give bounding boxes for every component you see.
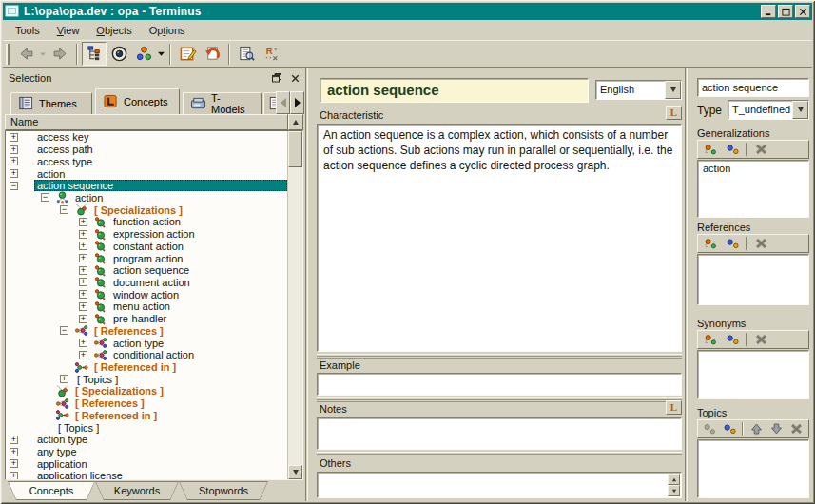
expand-icon[interactable]: + xyxy=(10,145,18,154)
section-splitter[interactable] xyxy=(317,397,682,402)
tree-item[interactable]: [ References ] xyxy=(6,397,287,410)
expand-icon[interactable]: + xyxy=(79,254,87,262)
tree-item-label[interactable]: [ References ] xyxy=(91,325,166,337)
term-name-input[interactable]: action sequence xyxy=(697,78,809,97)
tree-item[interactable]: +function action xyxy=(6,216,287,228)
example-textarea[interactable] xyxy=(317,373,682,396)
menu-tools[interactable]: Tools xyxy=(7,23,49,38)
expand-icon[interactable]: + xyxy=(79,351,87,359)
maximize-button[interactable] xyxy=(778,5,793,18)
toolbar-grip[interactable] xyxy=(6,44,10,65)
tree-item-label[interactable]: access type xyxy=(34,156,95,167)
remove-synonym-button[interactable] xyxy=(751,332,770,347)
type-dropdown-icon[interactable] xyxy=(792,101,808,119)
tree-scrollbar-thumb[interactable] xyxy=(288,131,302,167)
add-generalization-button[interactable] xyxy=(701,142,720,157)
monitor-button[interactable] xyxy=(107,42,131,66)
tree-item[interactable]: +constant action xyxy=(6,240,287,252)
name-column-header[interactable]: Name xyxy=(5,114,288,130)
tree-item-label[interactable]: action sequence xyxy=(34,180,287,191)
tree-item[interactable]: +action sequence xyxy=(6,264,287,277)
tree-item[interactable]: +window action xyxy=(6,288,287,300)
tab-t-models[interactable]: T-Models xyxy=(183,92,262,114)
edit-form-button[interactable] xyxy=(175,42,200,66)
expand-icon[interactable]: + xyxy=(10,133,18,142)
section-splitter[interactable] xyxy=(317,452,682,456)
expand-icon[interactable]: + xyxy=(10,169,18,178)
list-item[interactable]: action xyxy=(698,161,808,176)
tree-item-label[interactable]: action sequence xyxy=(110,264,192,276)
tree-item[interactable]: [ Topics ] xyxy=(6,421,287,434)
tree-item-label[interactable]: action type xyxy=(34,434,90,445)
details-splitter[interactable] xyxy=(685,68,688,501)
tree-view-button[interactable] xyxy=(82,42,107,66)
back-history-icon[interactable] xyxy=(38,42,48,66)
menu-view[interactable]: View xyxy=(49,23,88,38)
tree-item[interactable]: −action sequence xyxy=(6,180,287,192)
topics-list[interactable] xyxy=(697,439,809,498)
others-textarea[interactable] xyxy=(317,472,682,498)
others-scroll-down-button[interactable] xyxy=(668,485,680,496)
tree-item[interactable]: [ Referenced in ] xyxy=(6,361,287,374)
add-reference-link-button[interactable] xyxy=(723,236,742,251)
add-topic-button[interactable] xyxy=(701,421,718,436)
tree-item-label[interactable]: any type xyxy=(34,446,80,457)
tree-item[interactable]: +menu action xyxy=(6,300,287,313)
tree-scroll-down-button[interactable] xyxy=(288,465,302,479)
tree-item[interactable]: +[ Topics ] xyxy=(6,373,287,385)
expand-icon[interactable]: + xyxy=(79,266,87,275)
tree-item-label[interactable]: [ References ] xyxy=(72,397,147,409)
add-reference-button[interactable] xyxy=(701,236,720,251)
close-button[interactable] xyxy=(795,5,810,18)
references-list[interactable] xyxy=(697,254,809,305)
tree-item-label[interactable]: program action xyxy=(110,253,185,264)
tree-item-label[interactable]: [ Topics ] xyxy=(55,422,102,434)
tree-item-label[interactable]: [ Referenced in ] xyxy=(91,361,179,373)
add-topic-link-button[interactable] xyxy=(721,421,738,436)
minimize-button[interactable] xyxy=(761,5,776,18)
tab-scroll-left-button[interactable] xyxy=(276,91,290,114)
title-bar[interactable]: L:\opa\opa.dev : opa - Terminus xyxy=(3,3,812,20)
tree-item-label[interactable]: action xyxy=(72,192,106,204)
tree-item[interactable]: +document action xyxy=(6,277,287,289)
others-scrollbar[interactable] xyxy=(668,474,680,496)
notes-language-button[interactable]: L xyxy=(666,400,682,415)
tree-item[interactable]: +application license xyxy=(6,470,287,479)
tree-item[interactable]: +action type xyxy=(6,337,287,349)
tab-partial[interactable] xyxy=(263,92,277,114)
tree-item[interactable]: +action xyxy=(6,167,287,180)
tree-item-label[interactable]: function action xyxy=(110,216,184,227)
tree-item[interactable]: +program action xyxy=(6,252,287,264)
tree-item-label[interactable]: application xyxy=(34,458,90,470)
tree-item-label[interactable]: pre-handler xyxy=(110,313,169,324)
move-topic-down-button[interactable] xyxy=(768,421,786,436)
move-topic-up-button[interactable] xyxy=(747,421,765,436)
tab-concepts[interactable]: Concepts xyxy=(95,88,180,114)
language-select[interactable]: English xyxy=(595,80,682,100)
characteristic-textarea[interactable]: An action sequence is a complex action, … xyxy=(317,124,682,352)
expand-icon[interactable]: + xyxy=(10,436,18,444)
language-dropdown-icon[interactable] xyxy=(665,81,681,99)
close-dock-button[interactable] xyxy=(288,72,301,85)
tree-item-label[interactable]: application license xyxy=(34,470,126,479)
tree-item[interactable]: +any type xyxy=(6,446,287,458)
back-button[interactable] xyxy=(13,42,38,66)
menu-options[interactable]: Options xyxy=(141,23,194,38)
tree-item-label[interactable]: constant action xyxy=(110,241,186,252)
tree-scrollbar[interactable] xyxy=(287,131,302,479)
characteristic-language-button[interactable]: L xyxy=(666,106,682,120)
revert-button[interactable] xyxy=(200,42,224,66)
bottom-tab-keywords[interactable]: Keywords xyxy=(95,481,179,500)
expand-icon[interactable]: + xyxy=(79,315,87,323)
tab-themes[interactable]: Themes xyxy=(10,92,92,114)
tree-item-label[interactable]: [ Specializations ] xyxy=(72,385,166,397)
tree-item[interactable]: +access path xyxy=(6,144,287,156)
tree-item[interactable]: −action xyxy=(6,192,287,204)
expand-icon[interactable]: + xyxy=(10,448,18,456)
expand-icon[interactable]: + xyxy=(10,459,18,468)
tree-item-label[interactable]: document action xyxy=(110,277,193,288)
tree-item[interactable]: +application xyxy=(6,457,287,470)
collapse-icon[interactable]: − xyxy=(60,326,68,335)
tree-item[interactable]: +action type xyxy=(6,434,287,446)
tree-item-label[interactable]: conditional action xyxy=(110,349,197,360)
